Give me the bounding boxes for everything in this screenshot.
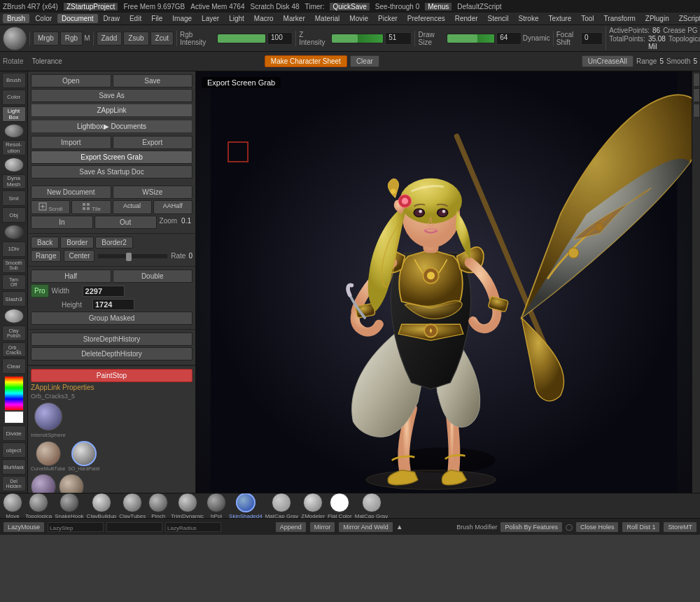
back-btn[interactable]: Back: [31, 237, 59, 248]
menu-brush[interactable]: Brush: [3, 14, 29, 23]
menu-picker[interactable]: Picker: [374, 14, 402, 23]
lightbox-tool-btn[interactable]: LightBox: [2, 106, 26, 122]
range-slider[interactable]: [97, 253, 168, 259]
menus-btn[interactable]: Menus: [425, 3, 451, 10]
smt-btn[interactable]: Smt: [2, 190, 26, 206]
color-tool-btn[interactable]: Color: [2, 90, 26, 105]
right-sidebar-btn-1[interactable]: [693, 73, 700, 87]
right-sidebar-btn-2[interactable]: [693, 88, 700, 102]
close-holes-btn[interactable]: Close Holes: [575, 522, 620, 533]
intersphere-ball[interactable]: [34, 402, 62, 430]
hpol-brush-item[interactable]: hPol: [206, 493, 226, 518]
roll-dist-btn[interactable]: Roll Dist 1: [622, 522, 660, 533]
new-document-btn[interactable]: New Document: [31, 186, 111, 199]
mirror-btn[interactable]: Mirror: [309, 522, 336, 533]
polish-features-btn[interactable]: Polish By Features: [500, 522, 563, 533]
tile-btn[interactable]: Tile: [71, 200, 111, 214]
matcap-gray-brush-item[interactable]: MatCap Gray: [265, 493, 299, 518]
blurmask-btn[interactable]: BlurMask: [2, 459, 26, 475]
menu-stroke[interactable]: Stroke: [514, 14, 543, 23]
menu-draw[interactable]: Draw: [99, 14, 124, 23]
menu-marker[interactable]: Marker: [279, 14, 309, 23]
pinch-brush-item[interactable]: Pinch: [148, 493, 168, 518]
menu-movie[interactable]: Movie: [345, 14, 372, 23]
matcap-gray2-brush-item[interactable]: MatCap Gray: [355, 493, 388, 518]
menu-macro[interactable]: Macro: [250, 14, 278, 23]
export-btn[interactable]: Export: [113, 136, 193, 149]
import-btn[interactable]: Import: [31, 136, 111, 149]
zsub-btn[interactable]: Zsub: [123, 31, 148, 46]
paint-stop-btn[interactable]: PaintStop: [31, 369, 192, 382]
menu-preferences[interactable]: Preferences: [403, 14, 449, 23]
pro-btn[interactable]: Pro: [31, 284, 49, 298]
flat-color-brush-item[interactable]: Flat Color: [328, 493, 352, 518]
tam-off-btn[interactable]: TamOff: [2, 274, 26, 290]
range-btn[interactable]: Range: [31, 250, 61, 262]
uncreaseall-btn[interactable]: UnCreaseAll: [582, 55, 634, 67]
export-screengrab-btn[interactable]: Export Screen Grab: [31, 150, 192, 164]
store-mt-btn[interactable]: StoreMT: [663, 522, 697, 533]
dynaMesh-btn[interactable]: DynaMesh: [2, 174, 26, 190]
lazy-step-slider2[interactable]: [106, 522, 162, 532]
menu-zplugin[interactable]: ZPlugin: [641, 14, 673, 23]
save-btn[interactable]: Save: [113, 74, 193, 88]
claytubes-brush-item[interactable]: ClayTubes: [119, 493, 146, 518]
open-btn[interactable]: Open: [31, 74, 111, 88]
del-hidden-btn[interactable]: DelHidden: [2, 476, 26, 491]
menu-tool[interactable]: Tool: [577, 14, 598, 23]
skclayfill-ball[interactable]: [59, 474, 84, 493]
resolution-btn[interactable]: Resol-ution: [2, 140, 26, 155]
sohardpaint-ball[interactable]: [71, 441, 97, 466]
brush-tool-btn[interactable]: Brush: [2, 73, 26, 88]
slash3-btn[interactable]: Slash3: [2, 291, 26, 307]
draw-size-slider[interactable]: [447, 34, 495, 43]
viewport[interactable]: Export Screen Grab: [196, 71, 692, 493]
scroll-btn[interactable]: Scroll: [31, 200, 70, 214]
skcarve-ball[interactable]: [31, 474, 56, 493]
lazy-step-slider[interactable]: LazyStep: [48, 522, 104, 532]
make-character-sheet-btn[interactable]: Make Character Sheet: [265, 55, 347, 67]
in-btn[interactable]: In: [31, 216, 93, 229]
claypolish-btn[interactable]: ClayPolish: [2, 326, 26, 341]
aahalf-btn[interactable]: AAHalf: [153, 200, 192, 214]
clear-btn[interactable]: Clear: [350, 55, 379, 67]
default-script[interactable]: DefaultZScript: [457, 3, 501, 10]
border2-btn[interactable]: Border2: [95, 237, 133, 248]
out-btn[interactable]: Out: [94, 216, 157, 229]
menu-image[interactable]: Image: [168, 14, 196, 23]
actual-btn[interactable]: Actual: [113, 200, 152, 214]
divide-btn[interactable]: Divide: [2, 426, 26, 441]
append-btn[interactable]: Append: [275, 522, 307, 533]
wsize-btn[interactable]: WSize: [113, 186, 193, 199]
menu-material[interactable]: Material: [311, 14, 344, 23]
clear-side-btn[interactable]: Clear: [2, 358, 26, 374]
lazy-mouse-btn[interactable]: LazyMouse: [3, 522, 45, 533]
right-sidebar-btn-3[interactable]: [693, 104, 700, 118]
quicksave-btn[interactable]: QuickSave: [330, 3, 369, 10]
menu-transform[interactable]: Transform: [600, 14, 640, 23]
skinshaded4-brush-item[interactable]: SkinShaded4: [229, 493, 262, 518]
menu-file[interactable]: File: [147, 14, 167, 23]
center-btn[interactable]: Center: [64, 250, 94, 262]
object-btn[interactable]: object: [2, 442, 26, 458]
menu-edit[interactable]: Edit: [125, 14, 146, 23]
curvemultitube-ball[interactable]: [36, 441, 61, 466]
double-btn[interactable]: Double: [113, 270, 193, 283]
menu-zscript[interactable]: ZScript: [675, 14, 700, 23]
obj-btn[interactable]: Obj: [2, 207, 26, 223]
mrgb-btn[interactable]: Mrgb: [33, 31, 59, 46]
orb-btn[interactable]: Orb_Cracks: [2, 342, 26, 358]
store-depth-btn[interactable]: StoreDepthHistory: [31, 332, 192, 346]
menu-render[interactable]: Render: [451, 14, 482, 23]
trimdynamic-brush-item[interactable]: TrimDynamic: [171, 493, 204, 518]
mirror-weld-btn[interactable]: Mirror And Weld: [338, 522, 393, 533]
menu-light[interactable]: Light: [225, 14, 248, 23]
z-intensity-slider[interactable]: [331, 34, 384, 43]
rgb-intensity-slider[interactable]: [217, 34, 266, 43]
zmodeler-brush-item[interactable]: ZModeler: [301, 493, 325, 518]
menu-color[interactable]: Color: [31, 14, 56, 23]
lazy-radius-slider[interactable]: LazyRadius: [165, 522, 221, 532]
lightbox-documents-btn[interactable]: Lightbox▶ Documents: [31, 120, 192, 133]
save-startup-btn[interactable]: Save As Startup Doc: [31, 165, 192, 178]
menu-stencil[interactable]: Stencil: [484, 14, 513, 23]
